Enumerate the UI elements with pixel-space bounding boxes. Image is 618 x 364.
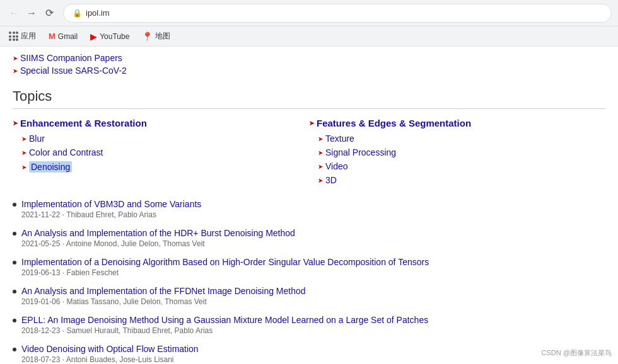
article-content: Implementation of VBM3D and Some Variant… bbox=[21, 199, 201, 219]
article-content: Implementation of a Denoising Algorithm … bbox=[21, 257, 429, 277]
topics-grid: ➤ Enhancement & Restoration ➤ Blur ➤ Col… bbox=[13, 118, 605, 189]
reload-button[interactable]: ⟳ bbox=[42, 6, 57, 21]
arrow-signal: ➤ bbox=[318, 149, 323, 156]
nav-item-sars: ➤ Special Issue SARS-CoV-2 bbox=[13, 65, 605, 76]
article-item: An Analysis and Implementation of the HD… bbox=[13, 228, 605, 248]
top-nav-links: ➤ SIIMS Companion Papers ➤ Special Issue… bbox=[13, 53, 605, 81]
right-column: ➤ Features & Edges & Segmentation ➤ Text… bbox=[309, 118, 605, 189]
video-link[interactable]: Video bbox=[325, 161, 348, 171]
arrow-color: ➤ bbox=[21, 149, 26, 156]
article-meta: 2018-12-23 · Samuel Hurault, Thibaud Ehr… bbox=[21, 326, 428, 335]
page-content: ➤ SIIMS Companion Papers ➤ Special Issue… bbox=[0, 47, 618, 364]
forward-button[interactable]: → bbox=[24, 6, 39, 21]
arrow-icon-sars: ➤ bbox=[13, 67, 18, 74]
topic-enhancement: ➤ Enhancement & Restoration bbox=[13, 118, 309, 128]
features-link[interactable]: Features & Edges & Segmentation bbox=[317, 118, 471, 128]
bookmark-gmail[interactable]: M Gmail bbox=[46, 30, 80, 42]
bookmark-apps[interactable]: 应用 bbox=[6, 30, 38, 43]
article-bullet bbox=[13, 232, 16, 236]
nav-item-siims: ➤ SIIMS Companion Papers bbox=[13, 53, 605, 63]
apps-label: 应用 bbox=[21, 31, 36, 42]
maps-label: 地图 bbox=[155, 31, 170, 42]
article-title[interactable]: Implementation of a Denoising Algorithm … bbox=[21, 257, 429, 267]
denoising-link[interactable]: Denoising bbox=[29, 161, 72, 173]
apps-icon bbox=[9, 31, 18, 41]
left-column: ➤ Enhancement & Restoration ➤ Blur ➤ Col… bbox=[13, 118, 309, 189]
topics-section: Topics ➤ Enhancement & Restoration ➤ Blu… bbox=[13, 88, 605, 189]
bookmark-youtube[interactable]: ▶ YouTube bbox=[88, 30, 132, 43]
youtube-icon: ▶ bbox=[90, 31, 97, 42]
article-bullet bbox=[13, 261, 16, 264]
article-title[interactable]: Implementation of VBM3D and Some Variant… bbox=[21, 199, 201, 209]
browser-chrome: ← → ⟳ 🔒 ipol.im bbox=[0, 0, 618, 26]
enhancement-link[interactable]: Enhancement & Restoration bbox=[20, 118, 147, 128]
arrow-blur: ➤ bbox=[21, 135, 26, 142]
blur-link[interactable]: Blur bbox=[29, 134, 45, 144]
article-title[interactable]: EPLL: An Image Denoising Method Using a … bbox=[21, 315, 428, 325]
topic-signal: ➤ Signal Processing bbox=[318, 147, 605, 157]
address-bar[interactable]: 🔒 ipol.im bbox=[63, 4, 612, 23]
article-title[interactable]: An Analysis and Implementation of the HD… bbox=[21, 228, 295, 238]
article-meta: 2021-05-25 · Antoine Monod, Julie Delon,… bbox=[21, 239, 295, 248]
article-item: An Analysis and Implementation of the FF… bbox=[13, 286, 605, 306]
article-meta: 2021-11-22 · Thibaud Ehret, Pablo Arias bbox=[21, 210, 201, 219]
article-bullet bbox=[13, 203, 16, 207]
arrow-3d: ➤ bbox=[318, 177, 323, 184]
article-bullet bbox=[13, 290, 16, 293]
topic-color: ➤ Color and Contrast bbox=[21, 147, 309, 157]
topic-blur: ➤ Blur bbox=[21, 134, 309, 144]
article-item: EPLL: An Image Denoising Method Using a … bbox=[13, 315, 605, 335]
article-item: Video Denoising with Optical Flow Estima… bbox=[13, 344, 605, 364]
article-item: Implementation of VBM3D and Some Variant… bbox=[13, 199, 605, 219]
article-content: An Analysis and Implementation of the FF… bbox=[21, 286, 306, 306]
siims-link[interactable]: SIIMS Companion Papers bbox=[20, 53, 122, 63]
watermark: CSDN @图像算法菜鸟 bbox=[542, 348, 612, 358]
topic-texture: ➤ Texture bbox=[318, 134, 605, 144]
topic-denoising: ➤ Denoising bbox=[21, 161, 309, 173]
color-link[interactable]: Color and Contrast bbox=[29, 147, 103, 157]
arrow-video: ➤ bbox=[318, 163, 323, 170]
bookmark-maps[interactable]: 📍 地图 bbox=[139, 30, 173, 43]
sars-link[interactable]: Special Issue SARS-CoV-2 bbox=[20, 65, 127, 76]
arrow-texture: ➤ bbox=[318, 135, 323, 142]
article-meta: 2019-06-13 · Fabien Feschet bbox=[21, 268, 429, 277]
article-title[interactable]: Video Denoising with Optical Flow Estima… bbox=[21, 344, 199, 354]
lock-icon: 🔒 bbox=[73, 9, 82, 18]
youtube-label: YouTube bbox=[100, 32, 129, 41]
article-item: Implementation of a Denoising Algorithm … bbox=[13, 257, 605, 277]
article-content: EPLL: An Image Denoising Method Using a … bbox=[21, 315, 428, 335]
bookmark-bar: 应用 M Gmail ▶ YouTube 📍 地图 bbox=[0, 26, 618, 47]
article-bullet bbox=[13, 319, 16, 322]
article-meta: 2018-07-23 · Antoni Buades, Jose-Luis Li… bbox=[21, 355, 199, 364]
arrow-features: ➤ bbox=[309, 120, 314, 127]
article-content: Video Denoising with Optical Flow Estima… bbox=[21, 344, 199, 364]
url-text: ipol.im bbox=[86, 8, 110, 18]
back-button[interactable]: ← bbox=[6, 6, 21, 21]
gmail-icon: M bbox=[49, 31, 55, 41]
article-meta: 2019-01-06 · Matias Tassano, Julie Delon… bbox=[21, 297, 306, 306]
maps-icon: 📍 bbox=[142, 31, 153, 42]
topics-title: Topics bbox=[13, 88, 605, 109]
nav-buttons: ← → ⟳ bbox=[6, 6, 57, 21]
topic-features: ➤ Features & Edges & Segmentation bbox=[309, 118, 605, 128]
3d-link[interactable]: 3D bbox=[325, 175, 337, 185]
arrow-icon-siims: ➤ bbox=[13, 55, 18, 62]
signal-link[interactable]: Signal Processing bbox=[325, 147, 396, 157]
texture-link[interactable]: Texture bbox=[325, 134, 354, 144]
article-content: An Analysis and Implementation of the HD… bbox=[21, 228, 295, 248]
arrow-enhancement: ➤ bbox=[13, 120, 18, 127]
topic-3d: ➤ 3D bbox=[318, 175, 605, 185]
arrow-denoising: ➤ bbox=[21, 164, 26, 171]
topic-video: ➤ Video bbox=[318, 161, 605, 171]
article-bullet bbox=[13, 348, 16, 351]
article-title[interactable]: An Analysis and Implementation of the FF… bbox=[21, 286, 306, 296]
gmail-label: Gmail bbox=[58, 32, 78, 41]
articles-section: Implementation of VBM3D and Some Variant… bbox=[13, 199, 605, 364]
